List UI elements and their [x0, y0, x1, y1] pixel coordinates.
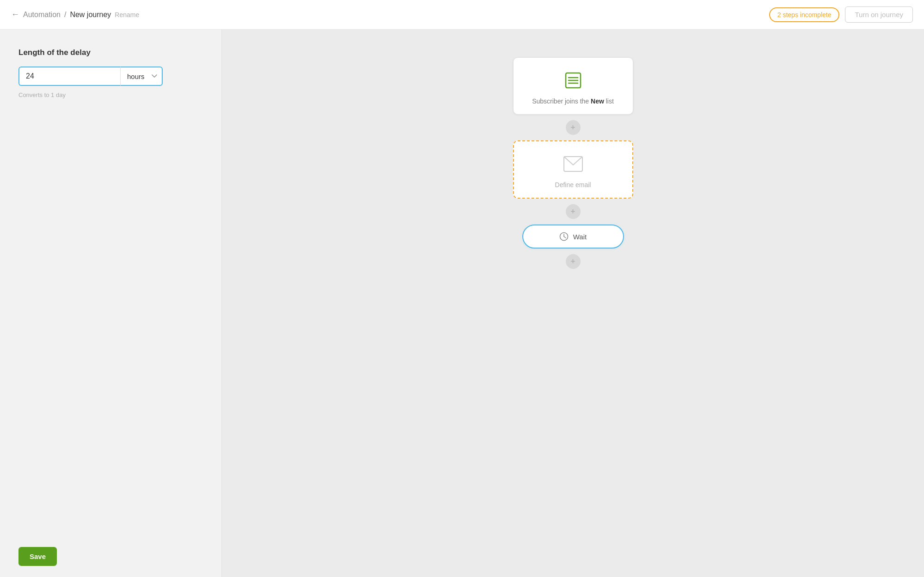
- flow-container: Subscriber joins the New list + Define e…: [513, 57, 633, 274]
- email-icon: [562, 152, 585, 176]
- add-step-button-2[interactable]: +: [566, 204, 581, 219]
- svg-line-7: [564, 237, 566, 238]
- rename-button[interactable]: Rename: [115, 11, 139, 18]
- save-button[interactable]: Save: [18, 547, 57, 566]
- clock-icon: [559, 232, 569, 241]
- wait-label: Wait: [573, 233, 587, 241]
- panel-title: Length of the delay: [18, 48, 203, 57]
- back-button[interactable]: ←: [11, 10, 19, 19]
- breadcrumb-separator: /: [64, 11, 66, 19]
- delay-number-input[interactable]: [18, 67, 120, 86]
- add-step-button-1[interactable]: +: [566, 120, 581, 135]
- wait-card[interactable]: Wait: [522, 225, 624, 249]
- email-card-label: Define email: [555, 181, 591, 188]
- trigger-text: Subscriber joins the New list: [532, 97, 614, 105]
- header: ← Automation / New journey Rename 2 step…: [0, 0, 924, 30]
- delay-input-row: hours days weeks: [18, 67, 203, 86]
- left-panel: Length of the delay hours days weeks Con…: [0, 30, 222, 577]
- header-left: ← Automation / New journey Rename: [11, 10, 139, 19]
- header-right: 2 steps incomplete Turn on journey: [769, 6, 913, 23]
- main-layout: Length of the delay hours days weeks Con…: [0, 30, 924, 577]
- email-card[interactable]: Define email: [513, 140, 633, 199]
- add-step-button-3[interactable]: +: [566, 254, 581, 269]
- breadcrumb-current: New journey: [70, 11, 111, 19]
- breadcrumb-parent: Automation: [23, 11, 61, 19]
- steps-incomplete-badge: 2 steps incomplete: [769, 7, 840, 22]
- trigger-icon: [562, 69, 585, 92]
- canvas-area: Subscriber joins the New list + Define e…: [222, 30, 924, 577]
- converts-hint: Converts to 1 day: [18, 91, 203, 98]
- delay-unit-select[interactable]: hours days weeks: [120, 67, 163, 86]
- turn-on-journey-button[interactable]: Turn on journey: [845, 6, 913, 23]
- trigger-card: Subscriber joins the New list: [513, 57, 633, 115]
